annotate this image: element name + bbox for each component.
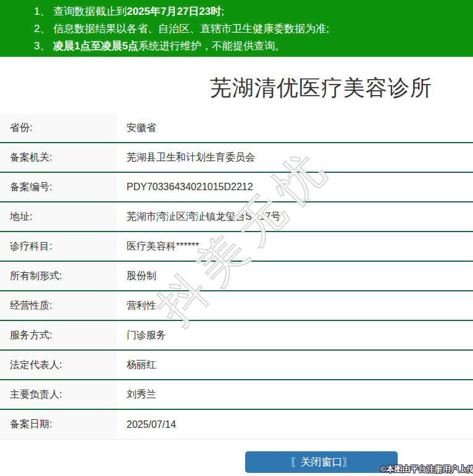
field-label: 备案机关: [0, 143, 117, 172]
field-value: 安徽省 [117, 114, 473, 142]
table-row: 地址: 芜湖市湾沚区湾沚镇龙玺台S-117号 [0, 203, 473, 232]
upload-notice-watermark: ©本图由平台注册用户上传 [380, 464, 473, 475]
field-value: 刘秀兰 [117, 380, 473, 409]
notice-1-prefix: 1、 [34, 6, 53, 17]
notice-1-bold: 2025年7月27日23时 [127, 6, 221, 17]
field-value: PDY70336434021015D2212 [117, 173, 473, 201]
field-label: 地址: [0, 203, 117, 231]
notice-3-prefix: 3、 [34, 40, 53, 52]
record-info-table: 省份: 安徽省 备案机关: 芜湖县卫生和计划生育委员会 备案编号: PDY703… [0, 114, 473, 440]
table-row: 法定代表人: 杨丽红 [0, 351, 473, 380]
table-row: 备案机关: 芜湖县卫生和计划生育委员会 [0, 143, 473, 173]
notice-line-3: 3、 凌晨1点至凌晨5点系统进行维护，不能提供查询。 [34, 38, 467, 55]
notice-bar: 1、 查询数据截止到2025年7月27日23时; 2、 信息数据结果以各省、自治… [0, 0, 473, 57]
notice-1-tail: ; [221, 6, 224, 17]
table-row: 经营性质: 营利性 [0, 291, 473, 321]
field-value: 2025/07/14 [117, 410, 473, 439]
table-row: 备案编号: PDY70336434021015D2212 [0, 173, 473, 203]
page-title: 芜湖清优医疗美容诊所 [210, 74, 432, 101]
field-label: 备案日期: [0, 410, 117, 439]
field-value: 门诊服务 [117, 321, 473, 349]
table-row: 省份: 安徽省 [0, 114, 473, 143]
field-label: 省份: [0, 114, 117, 142]
field-label: 法定代表人: [0, 351, 117, 379]
table-row: 主要负责人: 刘秀兰 [0, 380, 473, 410]
field-value: 杨丽红 [117, 351, 473, 379]
close-window-button[interactable]: 〖关闭窗口〗 [245, 451, 398, 473]
field-value: 芜湖市湾沚区湾沚镇龙玺台S-117号 [117, 203, 473, 231]
field-value: 医疗美容科****** [117, 232, 473, 261]
field-value: 芜湖县卫生和计划生育委员会 [117, 143, 473, 172]
table-row: 服务方式: 门诊服务 [0, 321, 473, 351]
notice-2-text: 信息数据结果以各省、自治区、直辖市卫生健康委数据为准; [53, 23, 329, 35]
record-detail-page: 1、 查询数据截止到2025年7月27日23时; 2、 信息数据结果以各省、自治… [0, 0, 473, 476]
table-row: 诊疗科目: 医疗美容科****** [0, 232, 473, 262]
notice-line-2: 2、 信息数据结果以各省、自治区、直辖市卫生健康委数据为准; [34, 20, 467, 38]
field-label: 主要负责人: [0, 380, 117, 409]
field-label: 服务方式: [0, 321, 117, 349]
table-row: 所有制形式: 股份制 [0, 262, 473, 291]
notice-1-text: 查询数据截止到 [53, 6, 127, 17]
field-value: 股份制 [117, 262, 473, 290]
field-label: 诊疗科目: [0, 232, 117, 261]
notice-3-bold: 凌晨1点至凌晨5点 [53, 40, 138, 52]
field-label: 经营性质: [0, 291, 117, 320]
notice-line-1: 1、 查询数据截止到2025年7月27日23时; [34, 3, 467, 20]
field-value: 营利性 [117, 291, 473, 320]
field-label: 备案编号: [0, 173, 117, 201]
field-label: 所有制形式: [0, 262, 117, 290]
table-row: 备案日期: 2025/07/14 [0, 410, 473, 440]
notice-3-tail: 系统进行维护，不能提供查询。 [138, 40, 285, 52]
notice-2-prefix: 2、 [34, 23, 53, 35]
